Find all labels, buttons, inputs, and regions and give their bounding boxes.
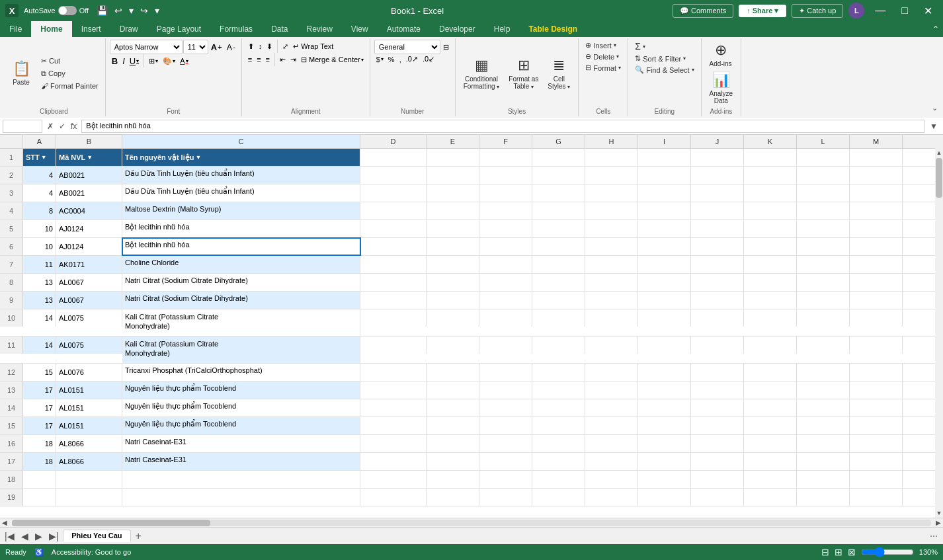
cell-c11[interactable]: Kali Citrat (Potassium Citrate Monohydra…	[122, 337, 360, 363]
cell-l7[interactable]	[797, 256, 850, 273]
cell-k9[interactable]	[744, 292, 797, 309]
cell-b6[interactable]: AJ0124	[56, 238, 122, 255]
number-format-select[interactable]: General	[374, 40, 440, 54]
cell-b18[interactable]	[56, 471, 122, 488]
autosave-toggle[interactable]	[58, 6, 77, 15]
cell-l18[interactable]	[797, 471, 850, 488]
row-num-16[interactable]: 16	[0, 435, 23, 452]
cell-e11[interactable]	[427, 337, 479, 354]
cell-c6[interactable]: Bột lecithin nhũ hóa	[122, 238, 360, 255]
first-sheet-button[interactable]: |◀	[3, 531, 17, 541]
cell-f16[interactable]	[479, 435, 532, 452]
cell-e14[interactable]	[427, 399, 479, 417]
cell-m10[interactable]	[850, 309, 903, 327]
cell-c15[interactable]: Nguyên liệu thực phẩm Tocoblend	[122, 417, 360, 434]
cell-c16[interactable]: Natri Caseinat-E31	[122, 435, 360, 452]
redo-button[interactable]: ↪	[138, 4, 151, 17]
tab-formulas[interactable]: Formulas	[210, 21, 262, 37]
cell-i14[interactable]	[638, 399, 691, 417]
cell-h14[interactable]	[585, 399, 638, 417]
cell-i16[interactable]	[638, 435, 691, 452]
cell-l13[interactable]	[797, 381, 850, 399]
bold-button[interactable]: B	[110, 56, 120, 67]
cell-h1[interactable]	[585, 149, 638, 166]
cell-k8[interactable]	[744, 274, 797, 291]
cell-m13[interactable]	[850, 381, 903, 399]
cell-f4[interactable]	[479, 202, 532, 220]
cell-c17[interactable]: Natri Caseinat-E31	[122, 453, 360, 470]
cell-styles-button[interactable]: ≣ CellStyles ▾	[544, 55, 574, 92]
row-num-7[interactable]: 7	[0, 256, 23, 273]
undo-dropdown[interactable]: ▾	[126, 4, 136, 17]
cell-h9[interactable]	[585, 292, 638, 309]
tab-draw[interactable]: Draw	[110, 21, 147, 37]
merge-center-button[interactable]: ⊟ Merge & Center ▾	[299, 55, 366, 65]
tab-review[interactable]: Review	[297, 21, 341, 37]
cell-d12[interactable]	[360, 364, 427, 381]
row-num-3[interactable]: 3	[0, 184, 23, 202]
cell-j17[interactable]	[691, 453, 744, 470]
cell-f12[interactable]	[479, 364, 532, 381]
page-break-icon[interactable]: ⊠	[848, 547, 856, 557]
cell-l16[interactable]	[797, 435, 850, 452]
cell-c10[interactable]: Kali Citrat (Potassium Citrate Monohydra…	[122, 309, 360, 336]
cell-l9[interactable]	[797, 292, 850, 309]
cell-f3[interactable]	[479, 184, 532, 202]
cell-g10[interactable]	[532, 309, 585, 327]
save-button[interactable]: 💾	[94, 4, 110, 17]
cell-j3[interactable]	[691, 184, 744, 202]
cell-m6[interactable]	[850, 238, 903, 255]
cell-f9[interactable]	[479, 292, 532, 309]
row-num-14[interactable]: 14	[0, 399, 23, 417]
cell-j19[interactable]	[691, 489, 744, 506]
cell-g11[interactable]	[532, 337, 585, 354]
normal-view-icon[interactable]: ⊟	[821, 547, 829, 557]
col-header-d[interactable]: D	[360, 135, 427, 148]
cell-i17[interactable]	[638, 453, 691, 470]
cell-d16[interactable]	[360, 435, 427, 452]
cell-h19[interactable]	[585, 489, 638, 506]
align-right-button[interactable]: ≡	[264, 55, 272, 64]
cell-f2[interactable]	[479, 167, 532, 184]
cell-b5[interactable]: AJ0124	[56, 220, 122, 237]
cell-m9[interactable]	[850, 292, 903, 309]
cell-g18[interactable]	[532, 471, 585, 488]
find-select-button[interactable]: 🔍 Find & Select ▾	[632, 64, 696, 75]
align-top-button[interactable]: ⬆	[246, 42, 256, 52]
cell-f18[interactable]	[479, 471, 532, 488]
cell-i8[interactable]	[638, 274, 691, 291]
cell-a14[interactable]: 17	[23, 399, 56, 417]
cell-m8[interactable]	[850, 274, 903, 291]
row-num-12[interactable]: 12	[0, 364, 23, 381]
cell-l4[interactable]	[797, 202, 850, 220]
cell-i12[interactable]	[638, 364, 691, 381]
hscroll-left-button[interactable]: ◀	[0, 519, 9, 526]
cell-h5[interactable]	[585, 220, 638, 237]
ribbon-collapse-button[interactable]: ⌄	[929, 102, 940, 114]
format-as-table-button[interactable]: ⊞ Format asTable ▾	[505, 55, 542, 92]
close-button[interactable]: ✕	[919, 2, 938, 20]
cell-b15[interactable]: AL0151	[56, 417, 122, 434]
cell-a2[interactable]: 4	[23, 167, 56, 184]
cell-i18[interactable]	[638, 471, 691, 488]
cell-i9[interactable]	[638, 292, 691, 309]
delete-cells-button[interactable]: ⊖ Delete ▾	[583, 51, 622, 62]
cell-k14[interactable]	[744, 399, 797, 417]
cell-e10[interactable]	[427, 309, 479, 327]
cell-b19[interactable]	[56, 489, 122, 506]
border-button[interactable]: ⊞ ▾	[147, 56, 160, 66]
decrease-decimal-button[interactable]: .0↙	[421, 54, 436, 64]
cell-m12[interactable]	[850, 364, 903, 381]
cell-k17[interactable]	[744, 453, 797, 470]
row-num-11[interactable]: 11	[0, 337, 23, 354]
cell-i15[interactable]	[638, 417, 691, 434]
cell-d3[interactable]	[360, 184, 427, 202]
cell-e13[interactable]	[427, 381, 479, 399]
cell-d14[interactable]	[360, 399, 427, 417]
cell-k15[interactable]	[744, 417, 797, 434]
user-avatar[interactable]: L	[848, 3, 864, 19]
formula-expand-button[interactable]: ▼	[927, 122, 940, 131]
cell-g4[interactable]	[532, 202, 585, 220]
cell-l14[interactable]	[797, 399, 850, 417]
cell-l1[interactable]	[797, 149, 850, 166]
